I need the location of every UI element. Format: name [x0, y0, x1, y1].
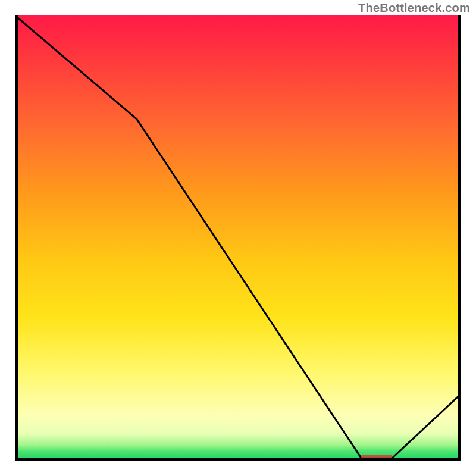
minimum-marker — [361, 455, 392, 459]
watermark-text: TheBottleneck.com — [358, 1, 470, 15]
bottleneck-line-chart — [15, 15, 461, 461]
chart-area — [15, 15, 461, 461]
chart-line — [18, 18, 458, 458]
